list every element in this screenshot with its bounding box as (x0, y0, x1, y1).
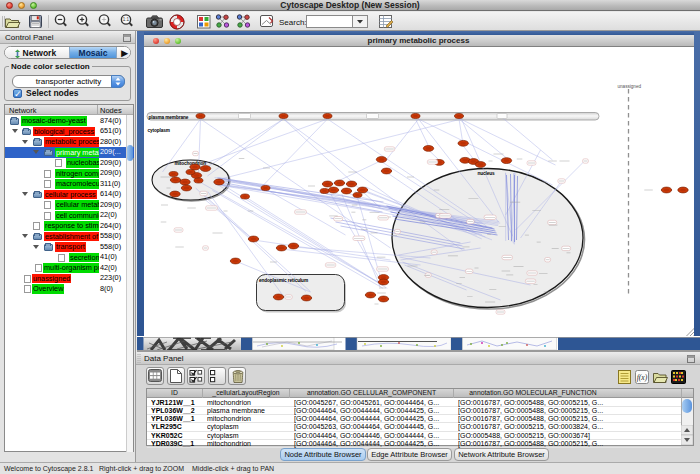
svg-text:cytoplasm: cytoplasm (147, 128, 169, 133)
svg-text:Search:: Search: (279, 18, 307, 27)
svg-text:unassigned: unassigned (617, 84, 641, 89)
svg-text:plasma membrane: plasma membrane (148, 115, 188, 120)
svg-text:f(x): f(x) (637, 373, 648, 382)
svg-text:mitochondrion: mitochondrion (174, 161, 206, 166)
svg-text:endoplasmic reticulum: endoplasmic reticulum (259, 278, 308, 283)
svg-text:1:1: 1:1 (123, 17, 130, 22)
svg-text:nucleus: nucleus (477, 171, 495, 176)
